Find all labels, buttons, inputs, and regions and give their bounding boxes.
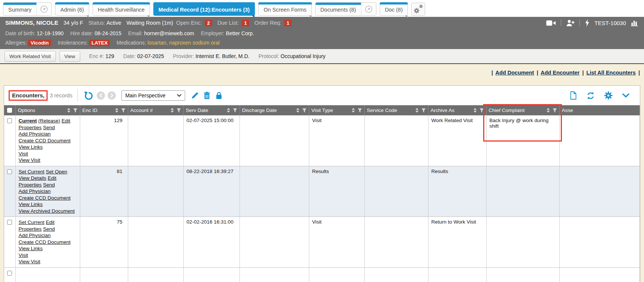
sort-icon[interactable] (415, 108, 419, 113)
refresh-icon[interactable] (587, 92, 595, 100)
cell-enc-id: 129 (80, 115, 128, 166)
row-action-link[interactable]: Add Physician (19, 188, 51, 194)
row-action-link[interactable]: Set Current (19, 169, 45, 175)
row-action-link[interactable]: Add Physician (19, 131, 51, 137)
collapse-chevron-icon[interactable] (622, 93, 629, 98)
tab-documents-popout-button[interactable] (361, 3, 376, 15)
tab-health-surveillance[interactable]: Health Surveillance (93, 2, 150, 16)
tab-settings-button[interactable] (411, 3, 425, 16)
tab-summary-popout-button[interactable] (36, 3, 51, 15)
sort-icon[interactable] (547, 108, 550, 113)
list-all-encounters-link[interactable]: List All Encounters (586, 70, 636, 76)
row-action-link[interactable]: Send (43, 125, 55, 130)
order-req-badge[interactable]: 1 (284, 20, 292, 26)
filter-icon[interactable] (177, 108, 181, 113)
row-action-link[interactable]: Create CCD Document (19, 138, 71, 143)
due-list-badge[interactable]: 1 (242, 20, 249, 26)
row-action-link[interactable]: View Links (19, 246, 43, 251)
encounters-panel: Encounters, 3 records Main Perspective (4, 85, 640, 282)
row-action-link[interactable]: Edit (48, 175, 56, 181)
header-select-all[interactable] (4, 105, 15, 115)
row-action-link[interactable]: View Details (19, 175, 46, 181)
filter-icon[interactable] (553, 108, 557, 113)
tab-admin[interactable]: Admin (6) (55, 2, 89, 16)
row-action-link[interactable]: View Links (19, 144, 43, 150)
filter-icon[interactable] (121, 108, 126, 113)
add-person-icon[interactable] (566, 19, 575, 27)
trash-icon[interactable] (203, 92, 211, 99)
sort-icon[interactable] (473, 108, 477, 113)
sort-icon[interactable] (67, 108, 70, 113)
table-row: Set Current Set OpenView Details EditPro… (4, 166, 640, 217)
row-action-link[interactable]: Edit (46, 219, 54, 225)
row-checkbox[interactable] (7, 220, 12, 225)
row-action-link[interactable]: (Release) (38, 118, 60, 124)
row-checkbox[interactable] (7, 118, 12, 123)
tab-label: On Screen Forms (264, 7, 306, 13)
row-action-link[interactable]: Visit (19, 252, 28, 258)
row-action-link[interactable]: View Links (19, 201, 43, 207)
next-page-button[interactable] (108, 91, 116, 100)
chevron-right-icon (110, 93, 114, 98)
row-action-link[interactable]: View Visit (19, 259, 40, 264)
row-action-link[interactable]: Create CCD Document (19, 195, 71, 201)
perspective-select[interactable]: Main Perspective (121, 90, 185, 101)
document-icon[interactable] (570, 91, 577, 100)
filter-icon[interactable] (302, 108, 307, 113)
header-enc-id: Enc ID (80, 105, 128, 115)
filter-icon[interactable] (233, 108, 237, 113)
cell-service-code (364, 217, 428, 268)
row-action-link[interactable]: Properties (19, 125, 42, 130)
sort-icon[interactable] (296, 108, 300, 113)
row-action-link[interactable]: Properties (19, 226, 42, 232)
sort-icon[interactable] (171, 108, 174, 113)
gear-icon[interactable] (604, 91, 613, 100)
row-action-link[interactable]: Add Physician (19, 233, 51, 238)
enc-number: Enc #: 129 (89, 53, 114, 59)
cell-assessment (559, 217, 640, 268)
filter-icon[interactable] (358, 108, 362, 113)
video-call-icon[interactable] (546, 20, 556, 26)
row-action-link[interactable]: Current (19, 118, 37, 124)
open-enc-badge[interactable]: 2 (205, 20, 212, 26)
filter-icon[interactable] (479, 108, 484, 113)
sort-icon[interactable] (115, 108, 118, 113)
row-action-link[interactable]: Edit (61, 118, 70, 124)
sort-icon[interactable] (352, 108, 355, 113)
row-action-link[interactable]: Send (43, 182, 55, 188)
tab-label: Admin (6) (60, 7, 84, 13)
row-checkbox[interactable] (7, 169, 12, 174)
select-all-checkbox[interactable] (7, 108, 12, 113)
row-action-link[interactable]: Create CCD Document (19, 239, 71, 245)
prev-page-button[interactable] (97, 91, 105, 100)
tab-summary[interactable]: Summary (3, 3, 36, 15)
tab-medical-record-encounters[interactable]: Medical Record (12):Encounters (3) (153, 2, 255, 16)
row-action-link[interactable]: View Visit (19, 157, 40, 163)
add-encounter-link[interactable]: Add Encounter (541, 70, 580, 76)
work-related-visit-button[interactable]: Work Related Visit (4, 51, 56, 62)
chart-icon[interactable] (631, 19, 639, 26)
row-action-link[interactable]: Properties (19, 182, 42, 188)
row-action-link[interactable]: Set Open (46, 169, 67, 175)
lock-icon[interactable] (215, 92, 223, 99)
undo-icon[interactable] (84, 91, 93, 100)
filter-icon[interactable] (73, 108, 78, 113)
sort-icon[interactable] (227, 108, 230, 113)
view-button[interactable]: View (60, 51, 80, 62)
tab-on-screen-forms[interactable]: On Screen Forms (258, 2, 312, 16)
allergy-badge[interactable]: Vicodin (28, 40, 51, 46)
intolerance-badge[interactable]: LATEX (89, 40, 110, 46)
waiting-room: Waiting Room (1m) (127, 20, 173, 26)
row-action-link[interactable]: Visit (19, 151, 28, 157)
cell-account (128, 115, 183, 166)
filter-icon[interactable] (421, 108, 426, 113)
row-checkbox[interactable] (7, 271, 12, 276)
tab-documents[interactable]: Documents (8) (316, 3, 361, 15)
row-action-link[interactable]: Set Current (19, 219, 45, 225)
add-document-link[interactable]: Add Document (496, 70, 534, 76)
row-action-link[interactable]: Send (43, 226, 55, 232)
lightning-icon[interactable] (585, 19, 590, 27)
row-action-link[interactable]: View Archived Document (19, 208, 75, 214)
tab-doc[interactable]: Doc (8) (380, 2, 408, 16)
edit-pencil-icon[interactable] (191, 92, 199, 99)
